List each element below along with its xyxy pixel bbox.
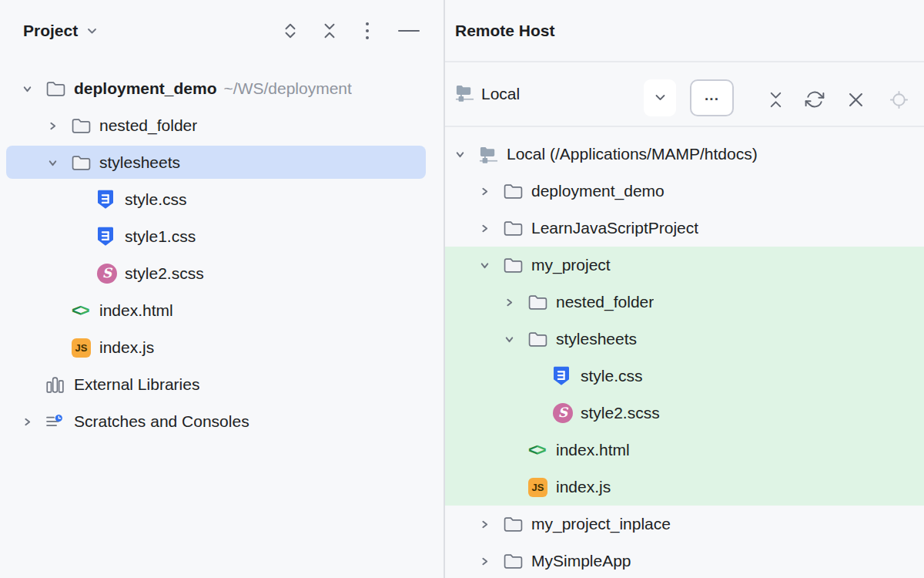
js-icon: JS: [72, 338, 93, 358]
chevron-down-icon[interactable]: [479, 247, 504, 284]
project-title[interactable]: Project: [23, 22, 78, 40]
row-deployment-demo[interactable]: deployment_demo~/WS/deployment: [0, 70, 444, 107]
project-root-path: ~/WS/deployment: [224, 79, 352, 97]
chevron-down-icon[interactable]: [87, 27, 97, 35]
folder-icon: [504, 183, 525, 200]
row-style2-scss-remote[interactable]: S style2.scss: [445, 395, 924, 432]
folder-icon: [504, 553, 525, 570]
project-tool-window: Project deployment_demo~/WS/deployment n…: [0, 0, 444, 578]
row-nested-folder-remote[interactable]: nested_folder: [445, 284, 924, 321]
remote-host-title: Remote Host: [455, 22, 555, 40]
refresh-icon[interactable]: [803, 88, 826, 111]
project-root-name: deployment_demo: [74, 79, 217, 97]
folder-icon: [528, 331, 550, 348]
row-stylesheets-remote[interactable]: stylesheets: [445, 321, 924, 358]
css-icon: [97, 227, 119, 247]
js-icon: JS: [528, 478, 550, 497]
chevron-down-icon: [654, 92, 666, 104]
library-icon: [46, 377, 68, 393]
html-icon: <>: [528, 440, 550, 460]
chevron-right-icon[interactable]: [22, 403, 46, 440]
hide-panel-icon[interactable]: [397, 19, 420, 42]
row-deployment-demo-remote[interactable]: deployment_demo: [445, 173, 924, 210]
server-icon: [455, 82, 474, 106]
row-my-project-inplace[interactable]: my_project_inplace: [445, 506, 924, 543]
locate-file-icon[interactable]: [887, 88, 910, 111]
server-icon: [479, 144, 500, 164]
row-index-js[interactable]: JS index.js: [0, 329, 444, 366]
chevron-right-icon[interactable]: [479, 210, 504, 247]
row-local-root[interactable]: Local (/Applications/MAMP/htdocs): [445, 136, 924, 173]
toolbar-divider: [445, 126, 924, 127]
browse-server-button[interactable]: ...: [690, 79, 734, 116]
sass-icon: S: [553, 403, 574, 423]
project-tree: deployment_demo~/WS/deployment nested_fo…: [0, 70, 444, 440]
folder-icon: [46, 81, 68, 97]
html-icon: <>: [72, 301, 93, 321]
chevron-right-icon[interactable]: [47, 107, 72, 144]
expand-all-icon[interactable]: [279, 19, 302, 42]
row-index-html-remote[interactable]: <> index.html: [445, 432, 924, 469]
folder-icon: [72, 118, 93, 134]
chevron-right-icon[interactable]: [479, 173, 504, 210]
collapse-all-icon[interactable]: [764, 88, 787, 111]
row-external-libraries[interactable]: External Libraries: [0, 366, 444, 403]
server-selector[interactable]: Local: [455, 62, 520, 126]
css-icon: [97, 190, 119, 210]
folder-icon: [504, 220, 525, 237]
chevron-down-icon[interactable]: [504, 321, 528, 358]
sass-icon: S: [97, 264, 119, 284]
close-icon[interactable]: [844, 88, 867, 111]
row-learnjavascriptproject[interactable]: LearnJavaScriptProject: [445, 210, 924, 247]
remote-host-tree: Local (/Applications/MAMP/htdocs) deploy…: [445, 136, 924, 578]
chevron-right-icon[interactable]: [504, 284, 528, 321]
remote-host-tool-window: Remote Host Local ... Local (/Applicatio…: [445, 0, 924, 578]
server-dropdown-button[interactable]: [644, 79, 676, 116]
row-stylesheets-selected[interactable]: stylesheets: [0, 144, 444, 181]
project-header: Project: [0, 0, 444, 62]
remote-host-header: Remote Host: [445, 0, 924, 61]
server-selector-value: Local: [481, 85, 520, 103]
collapse-all-icon[interactable]: [318, 19, 341, 42]
chevron-down-icon[interactable]: [47, 144, 72, 181]
row-style-css[interactable]: style.css: [0, 181, 444, 218]
folder-icon: [504, 516, 525, 533]
folder-icon: [528, 294, 550, 311]
chevron-right-icon[interactable]: [479, 543, 504, 578]
row-mysimpleapp[interactable]: MySimpleApp: [445, 543, 924, 578]
remote-host-toolbar: Local ...: [445, 62, 924, 126]
chevron-right-icon[interactable]: [479, 506, 504, 543]
folder-icon: [72, 155, 93, 171]
more-options-icon[interactable]: [356, 19, 379, 42]
folder-icon: [504, 257, 525, 274]
scratches-icon: [46, 415, 68, 429]
chevron-down-icon[interactable]: [454, 136, 479, 173]
row-index-html[interactable]: <> index.html: [0, 292, 444, 329]
chevron-down-icon[interactable]: [22, 70, 46, 107]
css-icon: [553, 366, 574, 386]
row-index-js-remote[interactable]: JS index.js: [445, 469, 924, 506]
row-style1-css[interactable]: style1.css: [0, 218, 444, 255]
row-my-project[interactable]: my_project: [445, 247, 924, 284]
row-scratches-and-consoles[interactable]: Scratches and Consoles: [0, 403, 444, 440]
row-style-css-remote[interactable]: style.css: [445, 358, 924, 395]
row-style2-scss[interactable]: S style2.scss: [0, 255, 444, 292]
row-nested-folder[interactable]: nested_folder: [0, 107, 444, 144]
